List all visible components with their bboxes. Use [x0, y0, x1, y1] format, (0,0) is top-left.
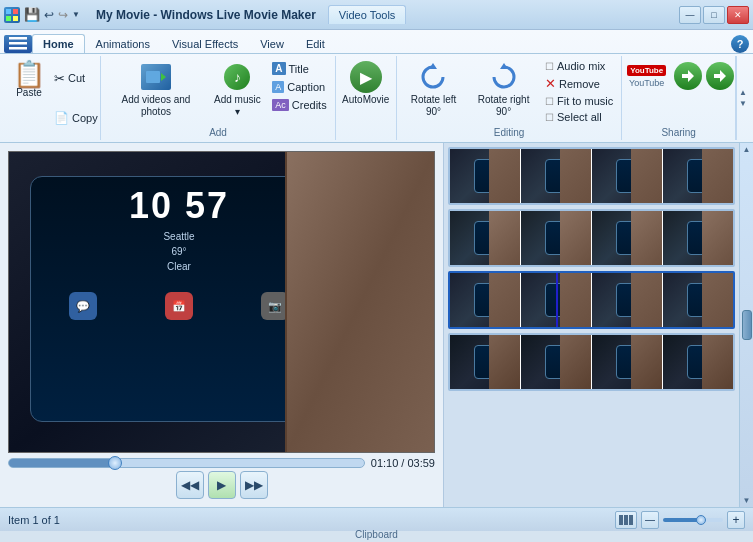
- clipboard-label: Clipboard: [0, 529, 753, 540]
- phone-temp: 69°: [31, 244, 327, 259]
- close-button[interactable]: ✕: [727, 6, 749, 24]
- title-button[interactable]: A Title: [268, 60, 330, 77]
- preview-panel: 10 57 Seattle 69° Clear 💬 📅 📷 01:10 / 03…: [0, 143, 443, 507]
- tab-edit[interactable]: Edit: [295, 34, 336, 53]
- add-music-label: Add music ▾: [212, 94, 262, 118]
- tab-home[interactable]: Home: [32, 34, 85, 53]
- svg-marker-11: [682, 70, 694, 82]
- timeline-playhead: [556, 273, 558, 327]
- play-icon: ▶: [217, 478, 226, 492]
- clipboard-group: 📋 Paste ✂ Cut 📄 Copy Clipboard: [4, 56, 101, 140]
- play-button[interactable]: ▶: [208, 471, 236, 499]
- scroll-down-button[interactable]: ▼: [743, 496, 751, 505]
- svg-rect-1: [13, 9, 18, 14]
- automovie-group-label: [364, 127, 367, 138]
- fit-music-icon: ☐: [545, 96, 554, 107]
- rotate-right-button[interactable]: Rotate right 90°: [468, 58, 539, 121]
- qa-save-icon[interactable]: 💾: [24, 7, 40, 22]
- automovie-group: ▶ AutoMovie: [336, 56, 397, 140]
- cut-button[interactable]: ✂ Cut: [50, 69, 102, 88]
- credits-button[interactable]: Ac Credits: [268, 97, 330, 113]
- clip-frame-3-3: [592, 273, 663, 327]
- add-videos-button[interactable]: Add videos and photos: [105, 58, 206, 121]
- rotate-left-button[interactable]: Rotate left 90°: [401, 58, 466, 121]
- rotate-right-label: Rotate right 90°: [472, 94, 535, 118]
- automovie-button[interactable]: ▶ AutoMovie: [338, 58, 393, 109]
- select-all-button[interactable]: ☐ Select all: [541, 109, 617, 125]
- audio-mix-icon: ☐: [545, 61, 554, 72]
- clip-frame-3-2: [521, 273, 592, 327]
- share-button-1[interactable]: [674, 62, 702, 90]
- paste-label: Paste: [16, 87, 42, 98]
- clip-strip-3[interactable]: [448, 271, 735, 329]
- zoom-in-button[interactable]: +: [727, 511, 745, 529]
- timeline-scrollbar[interactable]: ▲ ▼: [739, 143, 753, 507]
- remove-label: Remove: [559, 78, 600, 90]
- editing-small-buttons: ☐ Audio mix ✕ Remove ☐ Fit to music ☐ Se…: [541, 58, 617, 125]
- clip-frame-3-4: [663, 273, 733, 327]
- phone-element: 10 57 Seattle 69° Clear 💬 📅 📷: [30, 176, 328, 422]
- clip-strip-4[interactable]: [448, 333, 735, 391]
- add-group: Add videos and photos ♪ Add music ▾ A Ti…: [101, 56, 335, 140]
- youtube-label: YouTube: [629, 78, 664, 88]
- paste-button[interactable]: 📋 Paste: [8, 58, 50, 101]
- svg-rect-14: [624, 515, 628, 525]
- clip-frame-2-1: [450, 211, 521, 265]
- share-button-2[interactable]: [706, 62, 734, 90]
- video-preview: 10 57 Seattle 69° Clear 💬 📅 📷: [8, 151, 435, 453]
- tab-visual-effects[interactable]: Visual Effects: [161, 34, 249, 53]
- qa-dropdown-icon[interactable]: ▼: [72, 10, 80, 19]
- video-tools-tab[interactable]: Video Tools: [328, 5, 406, 24]
- title-bar: 💾 ↩ ↪ ▼ My Movie - Windows Live Movie Ma…: [0, 0, 753, 30]
- svg-rect-4: [9, 37, 27, 40]
- status-right: — +: [615, 511, 745, 529]
- menu-button[interactable]: [4, 35, 32, 53]
- svg-rect-7: [146, 71, 160, 83]
- zoom-slider[interactable]: [663, 518, 723, 522]
- clip-frame-1-2: [521, 149, 592, 203]
- remove-button[interactable]: ✕ Remove: [541, 74, 617, 93]
- zoom-out-button[interactable]: —: [641, 511, 659, 529]
- seek-thumb[interactable]: [108, 456, 122, 470]
- clip-frame-2-2: [521, 211, 592, 265]
- add-music-button[interactable]: ♪ Add music ▾: [208, 58, 266, 121]
- copy-button[interactable]: 📄 Copy: [50, 109, 102, 127]
- scroll-up-button[interactable]: ▲: [743, 145, 751, 154]
- rewind-button[interactable]: ◀◀: [176, 471, 204, 499]
- rotate-right-icon: [490, 63, 518, 91]
- minimize-button[interactable]: —: [679, 6, 701, 24]
- ribbon-scroll-up[interactable]: ▲: [739, 88, 747, 97]
- maximize-button[interactable]: □: [703, 6, 725, 24]
- qa-undo-icon[interactable]: ↩: [44, 8, 54, 22]
- add-videos-icon: [141, 64, 171, 90]
- svg-rect-6: [9, 47, 27, 50]
- audio-mix-button[interactable]: ☐ Audio mix: [541, 58, 617, 74]
- playback-controls: ◀◀ ▶ ▶▶: [8, 471, 435, 499]
- phone-condition: Clear: [31, 259, 327, 274]
- clip-strip-1[interactable]: [448, 147, 735, 205]
- app-icon: [4, 7, 20, 23]
- svg-rect-0: [6, 9, 11, 14]
- tab-view[interactable]: View: [249, 34, 295, 53]
- caption-button[interactable]: A Caption: [268, 79, 330, 95]
- help-button[interactable]: ?: [731, 35, 749, 53]
- window-title: My Movie - Windows Live Movie Maker: [96, 8, 316, 22]
- clip-strip-2[interactable]: [448, 209, 735, 267]
- rotate-left-label: Rotate left 90°: [405, 94, 462, 118]
- view-storyboard-button[interactable]: [615, 511, 637, 529]
- qa-redo-icon[interactable]: ↪: [58, 8, 68, 22]
- youtube-button[interactable]: YouTube YouTube: [623, 63, 670, 90]
- tab-animations[interactable]: Animations: [85, 34, 161, 53]
- seek-bar[interactable]: [8, 458, 365, 468]
- svg-rect-15: [629, 515, 633, 525]
- title-bar-left: 💾 ↩ ↪ ▼ My Movie - Windows Live Movie Ma…: [4, 5, 406, 24]
- clip-frame-1-3: [592, 149, 663, 203]
- ribbon: Home Animations Visual Effects View Edit…: [0, 30, 753, 143]
- forward-button[interactable]: ▶▶: [240, 471, 268, 499]
- automovie-label: AutoMovie: [342, 94, 389, 106]
- svg-rect-5: [9, 42, 27, 45]
- ribbon-scroll-down[interactable]: ▼: [739, 99, 747, 108]
- scroll-thumb[interactable]: [742, 310, 752, 340]
- select-all-label: Select all: [557, 111, 602, 123]
- fit-to-music-button[interactable]: ☐ Fit to music: [541, 93, 617, 109]
